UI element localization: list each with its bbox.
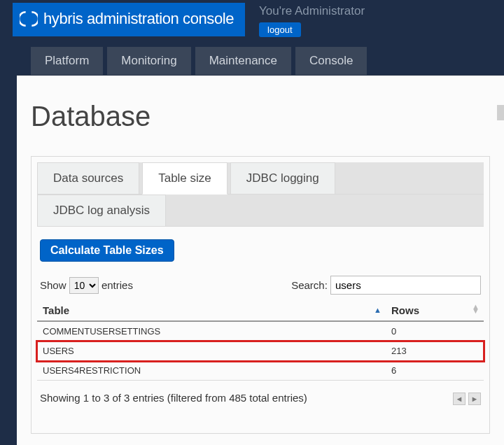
tabs: Data sources Table size JDBC logging	[37, 162, 484, 195]
col-table-label: Table	[43, 304, 69, 316]
cell-table: COMMENTUSERSETTINGS	[37, 321, 386, 341]
tab-jdbc-logging[interactable]: JDBC logging	[230, 162, 335, 195]
user-greeting: You're Administrator	[259, 4, 365, 18]
pager-next[interactable]: ►	[468, 393, 481, 405]
tab-data-sources[interactable]: Data sources	[37, 162, 139, 195]
calculate-table-sizes-button[interactable]: Calculate Table Sizes	[40, 239, 174, 262]
cell-table: USERS	[37, 341, 386, 361]
col-rows[interactable]: Rows ▲▼	[386, 300, 484, 321]
table-row[interactable]: USERS4RESTRICTION 6	[37, 361, 484, 381]
nav-console[interactable]: Console	[295, 47, 367, 75]
brand-banner: hybris administration console	[13, 3, 245, 36]
tabs-row2: JDBC log analysis	[37, 195, 484, 227]
col-table[interactable]: Table ▲	[37, 300, 386, 321]
tab-jdbc-log-analysis[interactable]: JDBC log analysis	[37, 195, 166, 227]
cell-rows: 6	[386, 361, 484, 381]
brand-logo-icon	[20, 10, 38, 28]
search-input[interactable]	[330, 276, 481, 295]
nav-monitoring[interactable]: Monitoring	[107, 47, 190, 75]
brand-title: hybris administration console	[43, 10, 234, 28]
search-control: Search:	[291, 276, 481, 295]
length-control: Show 10 entries	[40, 277, 133, 294]
collapse-handle-icon[interactable]	[497, 105, 504, 120]
cell-rows: 0	[386, 321, 484, 341]
table-row[interactable]: USERS 213	[37, 341, 484, 361]
col-rows-label: Rows	[391, 304, 419, 316]
length-prefix: Show	[40, 279, 66, 291]
search-label: Search:	[291, 279, 328, 291]
sort-both-icon: ▲▼	[472, 304, 479, 313]
table-row[interactable]: COMMENTUSERSETTINGS 0	[37, 321, 484, 341]
pager-prev[interactable]: ◄	[453, 393, 465, 405]
pager: ◄ ►	[453, 392, 481, 405]
table-sizes-table: Table ▲ Rows ▲▼ COMMENTUSERSETTINGS 0 US…	[37, 300, 484, 381]
cell-rows: 213	[386, 341, 484, 361]
table-info: Showing 1 to 3 of 3 entries (filtered fr…	[40, 392, 307, 404]
nav-maintenance[interactable]: Maintenance	[195, 47, 291, 75]
length-suffix: entries	[102, 279, 133, 291]
nav-platform[interactable]: Platform	[31, 47, 103, 75]
length-select[interactable]: 10	[69, 277, 99, 294]
tab-table-size[interactable]: Table size	[142, 162, 227, 195]
sort-asc-icon: ▲	[374, 306, 382, 314]
cell-table: USERS4RESTRICTION	[37, 361, 386, 381]
logout-button[interactable]: logout	[259, 22, 300, 37]
main-nav: Platform Monitoring Maintenance Console	[31, 47, 504, 75]
page-title: Database	[31, 101, 490, 132]
